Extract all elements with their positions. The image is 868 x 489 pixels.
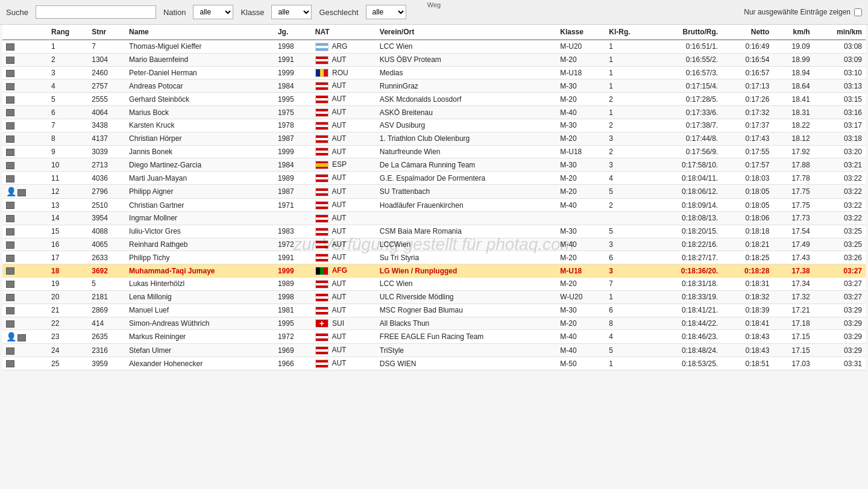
geschlecht-select[interactable]: alle <box>366 5 406 19</box>
cell-netto: 0:18:03 <box>722 172 773 185</box>
cell-stnr: 4064 <box>88 106 125 119</box>
cell-name: Diego Martinez-Garcia <box>125 158 274 172</box>
cell-icon <box>2 132 48 145</box>
row-icon <box>6 175 14 182</box>
cell-rang: 21 <box>48 304 88 317</box>
cell-name: Karsten Kruck <box>125 119 274 132</box>
cell-icon <box>2 290 48 304</box>
cell-icon <box>2 357 48 370</box>
cell-netto: 0:17:43 <box>722 132 773 145</box>
cell-brutto: 0:17:28/5. <box>651 93 722 106</box>
cell-kl-rg: 5 <box>605 225 651 238</box>
cell-netto: 0:18:39 <box>722 304 773 317</box>
cell-stnr: 2316 <box>88 344 125 357</box>
cell-netto: 0:18:32 <box>722 290 773 304</box>
cell-rang: 6 <box>48 106 88 119</box>
cell-icon <box>2 93 48 106</box>
cell-minkm: 03:22 <box>814 172 866 185</box>
cell-jg: 1981 <box>274 304 312 317</box>
table-row: 👤 12 2796 Philipp Aigner 1987 AUT SU Tra… <box>2 185 866 199</box>
nation-select[interactable]: alle <box>193 5 233 19</box>
table-row: 15 4088 Iuliu-Victor Gres 1983 AUT CSM B… <box>2 225 866 238</box>
cell-brutto: 0:17:15/4. <box>651 79 722 93</box>
col-header-kmh: km/h <box>773 25 813 40</box>
col-header-nat: NAT <box>312 25 376 40</box>
cell-jg <box>274 211 312 225</box>
search-input[interactable] <box>36 5 156 19</box>
cell-icon <box>2 317 48 330</box>
row-icon <box>6 122 14 129</box>
row-icon <box>6 228 14 235</box>
cell-netto: 0:18:51 <box>722 357 773 370</box>
cell-netto: 0:16:49 <box>722 40 773 53</box>
cell-name: Alexander Hohenecker <box>125 357 274 370</box>
cell-jg: 1991 <box>274 251 312 264</box>
cell-icon <box>2 251 48 264</box>
cell-netto: 0:18:43 <box>722 330 773 344</box>
cell-kmh: 17.73 <box>773 211 813 225</box>
cell-brutto: 0:18:36/20. <box>651 264 722 278</box>
cell-kl-rg: 6 <box>605 304 651 317</box>
cell-jg: 1983 <box>274 225 312 238</box>
klasse-select[interactable]: alle <box>271 5 312 19</box>
cell-rang: 17 <box>48 251 88 264</box>
table-row: 2 1304 Mario Bauernfeind 1991 AUT KUS ÖB… <box>2 53 866 66</box>
cell-brutto: 0:18:31/18. <box>651 278 722 291</box>
cell-kmh: 17.18 <box>773 317 813 330</box>
cell-stnr: 5 <box>88 278 125 291</box>
cell-minkm: 03:29 <box>814 330 866 344</box>
cell-klasse: M-30 <box>556 158 605 172</box>
cell-verein: All Blacks Thun <box>376 317 556 330</box>
cell-jg: 1975 <box>274 106 312 119</box>
cell-stnr: 2869 <box>88 304 125 317</box>
cell-name: Philipp Tichy <box>125 251 274 264</box>
row-icon <box>6 241 14 249</box>
row-icon <box>17 334 26 341</box>
cell-rang: 5 <box>48 93 88 106</box>
cell-kmh: 17.21 <box>773 304 813 317</box>
col-header-klasse: Klasse <box>556 25 605 40</box>
cell-nat: AUT <box>312 251 376 264</box>
cell-minkm: 03:27 <box>814 264 866 278</box>
cell-kmh: 18.22 <box>773 119 813 132</box>
cell-klasse: M-20 <box>556 278 605 291</box>
table-row: 17 2633 Philipp Tichy 1991 AUT Su Tri St… <box>2 251 866 264</box>
cell-netto: 0:17:32 <box>722 106 773 119</box>
cell-netto: 0:17:57 <box>722 158 773 172</box>
table-row: 19 5 Lukas Hinterhölzl 1989 AUT LCC Wien… <box>2 278 866 291</box>
cell-stnr: 414 <box>88 317 125 330</box>
cell-icon <box>2 304 48 317</box>
cell-klasse: M-40 <box>556 344 605 357</box>
cell-jg: 1971 <box>274 199 312 212</box>
cell-verein: KUS ÖBV Proteam <box>376 53 556 66</box>
cell-rang: 15 <box>48 225 88 238</box>
table-row: 13 2510 Christian Gartner 1971 AUT Hoadl… <box>2 199 866 212</box>
nur-checkbox[interactable] <box>854 8 862 16</box>
cell-stnr: 3959 <box>88 357 125 370</box>
cell-jg: 1987 <box>274 185 312 199</box>
row-icon <box>6 294 14 301</box>
cell-stnr: 2555 <box>88 93 125 106</box>
cell-jg: 1998 <box>274 290 312 304</box>
cell-netto: 0:18:06 <box>722 211 773 225</box>
cell-netto: 0:18:25 <box>722 251 773 264</box>
cell-netto: 0:17:37 <box>722 119 773 132</box>
cell-minkm: 03:16 <box>814 106 866 119</box>
cell-brutto: 0:18:53/25. <box>651 357 722 370</box>
cell-netto: 0:17:26 <box>722 93 773 106</box>
cell-nat: AUT <box>312 278 376 291</box>
cell-name: Markus Reininger <box>125 330 274 344</box>
cell-icon: 👤 <box>2 185 48 199</box>
cell-nat: AUT <box>312 93 376 106</box>
cell-stnr: 7 <box>88 40 125 53</box>
cell-kmh: 18.12 <box>773 132 813 145</box>
cell-name: Marti Juan-Mayan <box>125 172 274 185</box>
cell-netto: 0:17:13 <box>722 79 773 93</box>
cell-rang: 14 <box>48 211 88 225</box>
cell-stnr: 3954 <box>88 211 125 225</box>
cell-kl-rg: 5 <box>605 344 651 357</box>
cell-icon <box>2 119 48 132</box>
table-row: 21 2869 Manuel Luef 1981 AUT MSC Rogner … <box>2 304 866 317</box>
cell-rang: 7 <box>48 119 88 132</box>
cell-verein: Naturfreunde Wien <box>376 145 556 158</box>
